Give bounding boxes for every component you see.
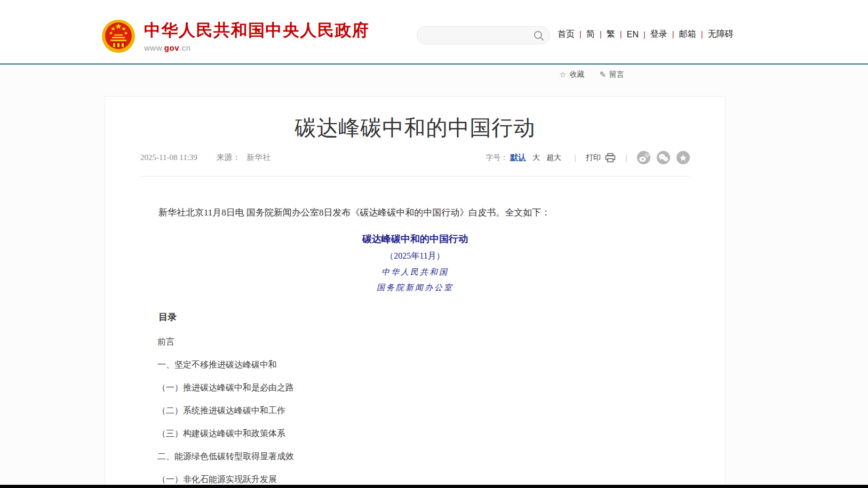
fontsize-large-button[interactable]: 大 — [532, 153, 540, 163]
search-button[interactable] — [533, 30, 545, 42]
doc-org-line1: 中华人民共和国 — [140, 267, 690, 277]
article-meta-row: 2025-11-08 11:39 来源： 新华社 字号： 默认 大 超大 | 打… — [140, 151, 690, 177]
wechat-share-icon[interactable] — [657, 151, 670, 164]
site-logo-link[interactable]: 中华人民共和国中央人民政府 www.gov.cn — [101, 19, 370, 53]
site-header: 中华人民共和国中央人民政府 www.gov.cn 首页 简 繁 EN 登录 邮箱… — [0, 0, 868, 65]
print-button[interactable]: 打印 — [586, 153, 616, 163]
toc-item: 一、坚定不移推进碳达峰碳中和 — [140, 360, 690, 369]
doc-org-line2: 国务院新闻办公室 — [140, 283, 690, 293]
page-tools: ☆ 收藏 ✎ 留言 — [559, 70, 624, 79]
site-url-prefix: www. — [144, 43, 164, 52]
nav-accessibility[interactable]: 无障碍 — [708, 29, 734, 40]
nav-traditional-chinese[interactable]: 繁 — [607, 29, 627, 40]
weibo-share-icon[interactable] — [637, 151, 650, 164]
toc-heading: 目录 — [140, 311, 690, 323]
source-label: 来源： — [217, 153, 241, 162]
nav-home[interactable]: 首页 — [558, 29, 586, 40]
favorite-button[interactable]: ☆ 收藏 — [559, 70, 584, 79]
search-box — [417, 26, 550, 44]
comment-button[interactable]: ✎ 留言 — [599, 70, 624, 79]
search-icon — [533, 30, 545, 42]
article-title: 碳达峰碳中和的中国行动 — [140, 115, 690, 140]
nav-simplified-chinese[interactable]: 简 — [586, 29, 607, 40]
print-label: 打印 — [586, 153, 601, 163]
toc-item: （三）构建碳达峰碳中和政策体系 — [140, 429, 690, 438]
site-title: 中华人民共和国中央人民政府 — [144, 21, 370, 39]
article-lead-paragraph: 新华社北京11月8日电 国务院新闻办公室8日发布《碳达峰碳中和的中国行动》白皮书… — [140, 205, 690, 220]
doc-title: 碳达峰碳中和的中国行动 — [140, 233, 690, 245]
printer-icon — [605, 153, 616, 163]
site-url-suffix: .cn — [179, 43, 191, 52]
site-url-gov: gov — [164, 43, 179, 52]
brand-text: 中华人民共和国中央人民政府 www.gov.cn — [144, 19, 370, 52]
fontsize-label: 字号： — [485, 153, 508, 163]
doc-date: （2025年11月） — [140, 251, 690, 262]
article-source: 新华社 — [246, 153, 270, 162]
share-icons — [637, 151, 690, 164]
article-meta-left: 2025-11-08 11:39 来源： 新华社 — [140, 153, 270, 163]
toc-item: 前言 — [140, 337, 690, 346]
fontsize-xlarge-button[interactable]: 超大 — [546, 153, 561, 163]
article-card: 碳达峰碳中和的中国行动 2025-11-08 11:39 来源： 新华社 字号：… — [105, 96, 726, 488]
toc-item: （一）非化石能源实现跃升发展 — [140, 475, 690, 484]
article-meta-right: 字号： 默认 大 超大 | 打印 | — [485, 151, 690, 164]
nav-login[interactable]: 登录 — [650, 29, 679, 40]
national-emblem-icon — [101, 19, 136, 53]
toc-item: （二）系统推进碳达峰碳中和工作 — [140, 406, 690, 415]
divider: | — [574, 153, 576, 162]
search-input[interactable] — [426, 27, 530, 44]
divider: | — [625, 153, 627, 162]
nav-mail[interactable]: 邮箱 — [679, 29, 708, 40]
favorite-label: 收藏 — [569, 70, 584, 79]
toc-item: 二、能源绿色低碳转型取得显著成效 — [140, 452, 690, 461]
top-nav: 首页 简 繁 EN 登录 邮箱 无障碍 — [558, 29, 734, 40]
fontsize-default-button[interactable]: 默认 — [510, 153, 526, 163]
window-bottom-bar — [0, 485, 868, 488]
comment-label: 留言 — [609, 70, 624, 79]
nav-english[interactable]: EN — [627, 30, 650, 39]
star-outline-icon: ☆ — [559, 70, 566, 79]
table-of-contents: 前言一、坚定不移推进碳达峰碳中和（一）推进碳达峰碳中和是必由之路（二）系统推进碳… — [140, 337, 690, 484]
site-url[interactable]: www.gov.cn — [144, 43, 370, 52]
article-date: 2025-11-08 11:39 — [140, 153, 197, 162]
pencil-icon: ✎ — [599, 70, 606, 79]
star-share-icon[interactable] — [676, 151, 690, 164]
toc-item: （一）推进碳达峰碳中和是必由之路 — [140, 383, 690, 392]
